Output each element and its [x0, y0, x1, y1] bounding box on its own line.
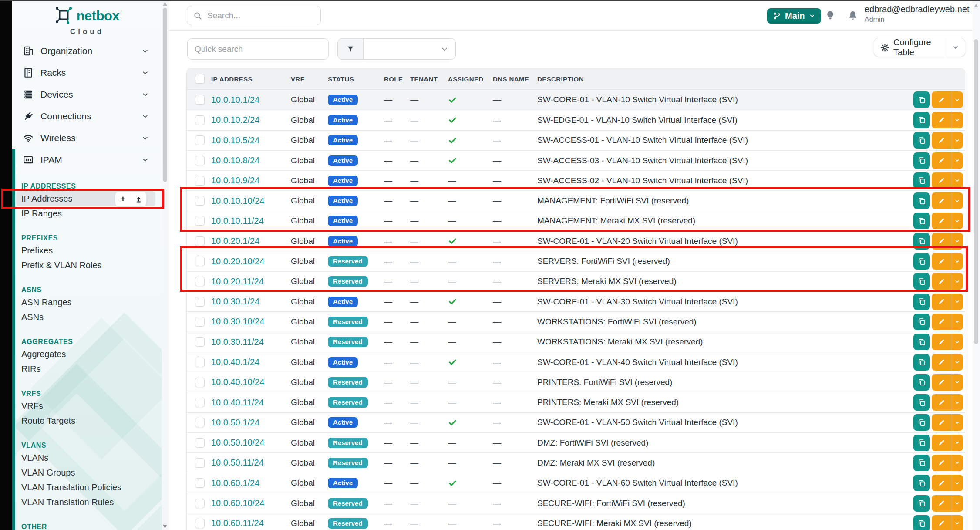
edit-dropdown-chevron[interactable] — [951, 515, 963, 530]
edit-button[interactable] — [932, 213, 963, 229]
ip-address-link[interactable]: 10.0.30.1/24 — [211, 297, 259, 306]
sidebar-item-route-targets[interactable]: Route Targets — [12, 413, 162, 428]
sidebar-item-vlan-translation-rules[interactable]: VLAN Translation Rules — [12, 495, 162, 510]
copy-button[interactable] — [913, 334, 930, 350]
row-checkbox[interactable] — [195, 378, 205, 387]
copy-button[interactable] — [913, 414, 930, 431]
sidebar-menu-racks[interactable]: Racks — [12, 62, 162, 84]
edit-dropdown-chevron[interactable] — [951, 314, 963, 330]
row-checkbox[interactable] — [195, 156, 205, 165]
sidebar-item-ip-addresses[interactable]: IP Addresses+ — [16, 191, 155, 206]
ip-address-link[interactable]: 10.0.40.10/24 — [211, 377, 264, 387]
edit-dropdown-chevron[interactable] — [951, 132, 963, 149]
row-checkbox[interactable] — [195, 438, 205, 448]
edit-dropdown-chevron[interactable] — [951, 91, 963, 108]
quick-search-input[interactable] — [187, 38, 329, 60]
sidebar-item-vlan-translation-policies[interactable]: VLAN Translation Policies — [12, 480, 162, 495]
edit-button[interactable] — [932, 233, 963, 250]
edit-dropdown-chevron[interactable] — [951, 253, 963, 270]
edit-button[interactable] — [932, 495, 963, 512]
column-header-status[interactable]: STATUS — [328, 75, 384, 83]
ip-address-link[interactable]: 10.0.50.10/24 — [211, 438, 264, 447]
page-scrollbar[interactable] — [973, 0, 980, 530]
copy-button[interactable] — [913, 91, 930, 108]
copy-button[interactable] — [913, 495, 930, 512]
edit-dropdown-chevron[interactable] — [951, 495, 963, 512]
edit-button[interactable] — [932, 435, 963, 451]
column-header-role[interactable]: ROLE — [384, 75, 410, 83]
add-button[interactable]: + — [115, 192, 131, 206]
edit-button[interactable] — [932, 394, 963, 411]
edit-button[interactable] — [932, 273, 963, 290]
ip-address-link[interactable]: 10.0.10.8/24 — [211, 155, 259, 165]
edit-dropdown-chevron[interactable] — [951, 294, 963, 310]
edit-button[interactable] — [932, 112, 963, 128]
copy-button[interactable] — [913, 253, 930, 270]
page-scrollbar-thumb[interactable] — [974, 39, 978, 344]
ip-address-link[interactable]: 10.0.10.1/24 — [211, 95, 259, 105]
edit-dropdown-chevron[interactable] — [951, 435, 963, 451]
row-checkbox[interactable] — [195, 216, 205, 226]
row-checkbox[interactable] — [195, 317, 205, 327]
copy-button[interactable] — [913, 314, 930, 330]
sidebar-item-rirs[interactable]: RIRs — [12, 361, 162, 376]
ip-address-link[interactable]: 10.0.30.11/24 — [211, 337, 264, 347]
edit-button[interactable] — [932, 192, 963, 209]
copy-button[interactable] — [913, 455, 930, 471]
edit-dropdown-chevron[interactable] — [951, 374, 963, 391]
sidebar-item-aggregates[interactable]: Aggregates — [12, 347, 162, 361]
configure-table-button[interactable]: Configure Table — [874, 38, 965, 57]
sidebar-item-prefix-vlan-roles[interactable]: Prefix & VLAN Roles — [12, 258, 162, 273]
edit-button[interactable] — [932, 414, 963, 431]
ip-address-link[interactable]: 10.0.20.1/24 — [211, 236, 259, 246]
copy-button[interactable] — [913, 112, 930, 128]
notifications-bell-icon[interactable] — [847, 10, 859, 22]
sidebar-scrollbar-thumb[interactable] — [163, 8, 167, 182]
row-checkbox[interactable] — [195, 297, 205, 307]
ip-address-link[interactable]: 10.0.50.1/24 — [211, 418, 259, 427]
ip-address-link[interactable]: 10.0.10.2/24 — [211, 115, 259, 125]
edit-dropdown-chevron[interactable] — [951, 273, 963, 290]
scroll-up-arrow-icon[interactable] — [163, 2, 167, 6]
ip-address-link[interactable]: 10.0.60.11/24 — [211, 518, 264, 528]
row-checkbox[interactable] — [195, 115, 205, 125]
edit-button[interactable] — [932, 334, 963, 350]
row-checkbox[interactable] — [195, 358, 205, 367]
sidebar-item-asn-ranges[interactable]: ASN Ranges — [12, 295, 162, 310]
sidebar-menu-organization[interactable]: Organization — [12, 40, 162, 62]
copy-button[interactable] — [913, 374, 930, 391]
row-checkbox[interactable] — [195, 196, 205, 206]
brand-logo[interactable]: netbox Cloud — [12, 6, 162, 36]
column-header-assigned[interactable]: ASSIGNED — [448, 75, 493, 83]
row-checkbox[interactable] — [195, 418, 205, 427]
branch-selector-button[interactable]: Main — [767, 8, 821, 24]
user-menu[interactable]: edbrad@edbradleyweb.net Admin — [865, 4, 969, 24]
edit-button[interactable] — [932, 515, 963, 530]
sidebar-item-asns[interactable]: ASNs — [12, 310, 162, 324]
scroll-down-arrow-icon[interactable] — [163, 525, 167, 528]
ip-address-link[interactable]: 10.0.30.10/24 — [211, 317, 264, 326]
edit-dropdown-chevron[interactable] — [951, 354, 963, 371]
sidebar-menu-devices[interactable]: Devices — [12, 84, 162, 105]
edit-dropdown-chevron[interactable] — [951, 414, 963, 431]
edit-dropdown-chevron[interactable] — [951, 213, 963, 229]
row-checkbox[interactable] — [195, 398, 205, 407]
edit-button[interactable] — [932, 91, 963, 108]
copy-button[interactable] — [913, 435, 930, 451]
import-button[interactable] — [131, 192, 147, 206]
copy-button[interactable] — [913, 394, 930, 411]
edit-dropdown-chevron[interactable] — [951, 152, 963, 169]
ip-address-link[interactable]: 10.0.40.1/24 — [211, 357, 259, 367]
search-input[interactable] — [206, 10, 314, 21]
edit-dropdown-chevron[interactable] — [951, 112, 963, 128]
column-header-dns-name[interactable]: DNS NAME — [493, 75, 537, 83]
edit-button[interactable] — [932, 294, 963, 310]
sidebar-item-vrfs[interactable]: VRFs — [12, 398, 162, 413]
copy-button[interactable] — [913, 354, 930, 371]
ip-address-link[interactable]: 10.0.10.9/24 — [211, 176, 259, 185]
ip-address-link[interactable]: 10.0.60.1/24 — [211, 478, 259, 488]
sidebar-item-vlan-groups[interactable]: VLAN Groups — [12, 465, 162, 480]
sidebar-menu-connections[interactable]: Connections — [12, 105, 162, 127]
copy-button[interactable] — [913, 233, 930, 250]
sidebar-menu-ipam[interactable]: IPAM — [12, 149, 162, 171]
